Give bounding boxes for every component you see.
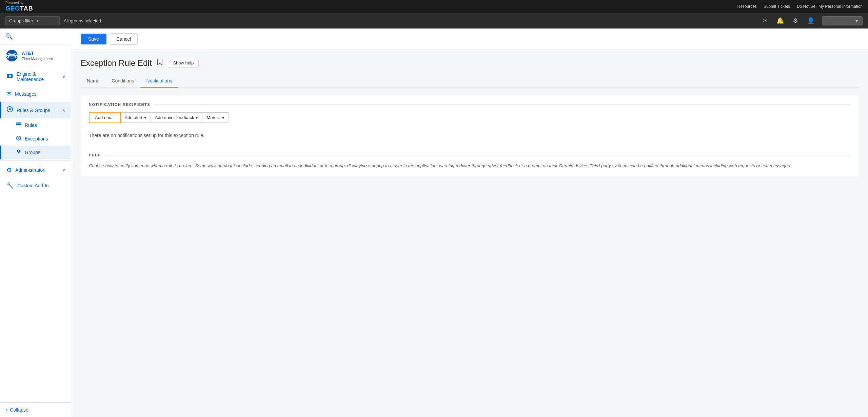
svg-point-6 [9, 75, 11, 77]
engine-maintenance-chevron-icon: ∨ [62, 74, 65, 79]
sidebar-item-administration-label: Administration [15, 167, 45, 173]
groups-filter-label: Groups filter [9, 18, 33, 23]
show-help-button[interactable]: Show help [168, 58, 199, 68]
help-section: HELP Choose how to notify someone when a… [89, 153, 850, 170]
more-label: More... [206, 115, 220, 120]
help-text: Choose how to notify someone when a rule… [89, 163, 850, 170]
sidebar-bottom-divider [0, 195, 71, 195]
do-not-sell-link[interactable]: Do Not Sell My Personal Information [797, 4, 863, 9]
notifications-icon-button[interactable]: 🔔 [775, 16, 785, 26]
sidebar-sub-item-groups-label: Groups [25, 150, 40, 155]
more-chevron-icon: ▾ [222, 115, 224, 120]
svg-point-8 [9, 108, 11, 110]
user-dropdown[interactable]: ▼ [822, 16, 863, 25]
page-tabs: Name Conditions Notifications [81, 75, 859, 88]
sidebar: 🔍 AT&T Fleet Management Engine & Mainten… [0, 29, 71, 417]
top-navigation-bar: Powered by GEOTAB Resources Submit Ticke… [0, 0, 868, 13]
powered-by-label: Powered by GEOTAB [5, 1, 33, 12]
top-bar-right: Resources Submit Tickets Do Not Sell My … [737, 4, 863, 9]
top-bar-left: Powered by GEOTAB [5, 1, 33, 12]
settings-icon-button[interactable]: ⚙ [791, 16, 800, 26]
exceptions-icon [16, 135, 21, 142]
groups-filter-chevron-icon: ▼ [36, 19, 39, 23]
add-alert-button[interactable]: Add alert ▾ [121, 112, 151, 123]
svg-point-15 [18, 152, 20, 154]
svg-point-12 [18, 137, 19, 139]
sidebar-item-custom-addin[interactable]: 🔧 Custom Add-In [0, 178, 71, 193]
second-bar: Groups filter ▼ All groups selected ✉ 🔔 … [0, 13, 868, 29]
sidebar-divider [0, 160, 71, 161]
user-dropdown-chevron-icon: ▼ [854, 18, 859, 23]
sidebar-item-rules-groups-label: Rules & Groups [17, 108, 50, 113]
sidebar-sub-item-rules-label: Rules [25, 122, 37, 128]
main-layout: 🔍 AT&T Fleet Management Engine & Mainten… [0, 29, 868, 417]
sidebar-item-engine-maintenance[interactable]: Engine & Maintenance ∨ [0, 67, 71, 86]
save-button[interactable]: Save [81, 34, 106, 44]
email-icon-button[interactable]: ✉ [761, 16, 769, 26]
add-driver-feedback-label: Add driver feedback [155, 115, 194, 120]
sidebar-sub-item-exceptions[interactable]: Exceptions [0, 132, 71, 146]
sidebar-item-custom-addin-label: Custom Add-In [17, 183, 49, 188]
page-content: Exception Rule Edit Show help Name Condi… [71, 50, 868, 417]
sidebar-item-rules-groups[interactable]: Rules & Groups ∧ [0, 102, 71, 118]
engine-maintenance-icon [6, 73, 13, 81]
sidebar-item-messages[interactable]: ✉ Messages [0, 86, 71, 102]
add-driver-feedback-button[interactable]: Add driver feedback ▾ [151, 112, 203, 123]
att-logo-icon [5, 49, 18, 62]
add-alert-chevron-icon: ▾ [144, 115, 146, 120]
sidebar-item-administration[interactable]: ⚙ Administration ∨ [0, 162, 71, 178]
page-title: Exception Rule Edit [81, 58, 152, 68]
sidebar-search[interactable]: 🔍 [0, 29, 71, 44]
groups-icon [16, 149, 21, 156]
content-toolbar: Save Cancel [71, 29, 868, 50]
administration-icon: ⚙ [6, 166, 12, 174]
svg-rect-9 [16, 122, 21, 124]
svg-point-14 [19, 150, 21, 152]
rules-groups-chevron-icon: ∧ [62, 108, 65, 113]
collapse-label: Collapse [10, 407, 28, 413]
user-icon-button[interactable]: 👤 [806, 16, 816, 26]
search-icon[interactable]: 🔍 [5, 33, 13, 40]
help-section-title: HELP [89, 153, 850, 157]
brand-sub: Fleet Management [22, 56, 53, 61]
sidebar-item-messages-label: Messages [15, 91, 37, 97]
notification-recipients-title: NOTIFICATION RECIPIENTS [89, 102, 850, 107]
add-driver-feedback-chevron-icon: ▾ [196, 115, 198, 120]
brand-name: AT&T [22, 50, 53, 56]
brand-text: AT&T Fleet Management [22, 50, 53, 61]
bookmark-icon[interactable] [156, 58, 163, 68]
rules-icon [16, 122, 21, 129]
sidebar-sub-item-groups[interactable]: Groups [0, 146, 71, 159]
custom-addin-icon: 🔧 [6, 182, 14, 189]
sidebar-collapse-button[interactable]: ‹ Collapse [0, 402, 71, 417]
rules-groups-icon [6, 106, 13, 114]
more-button[interactable]: More... ▾ [202, 112, 229, 123]
sidebar-item-engine-maintenance-label: Engine & Maintenance [17, 71, 59, 82]
second-bar-icons: ✉ 🔔 ⚙ 👤 ▼ [761, 16, 863, 26]
sidebar-brand: AT&T Fleet Management [0, 44, 71, 67]
cancel-button[interactable]: Cancel [110, 33, 138, 45]
recipients-buttons: Add email Add alert ▾ Add driver feedbac… [89, 112, 850, 123]
sidebar-sub-item-exceptions-label: Exceptions [25, 136, 48, 141]
no-notifications-message: There are no notifications set up for th… [89, 130, 850, 145]
sidebar-sub-item-rules[interactable]: Rules [0, 118, 71, 132]
svg-rect-10 [16, 124, 21, 125]
groups-filter-button[interactable]: Groups filter ▼ [5, 16, 60, 25]
tab-notifications[interactable]: Notifications [140, 75, 178, 88]
notification-recipients-section: NOTIFICATION RECIPIENTS Add email Add al… [81, 96, 859, 176]
submit-tickets-link[interactable]: Submit Tickets [764, 4, 790, 9]
add-email-button[interactable]: Add email [89, 112, 121, 123]
add-alert-label: Add alert [125, 115, 142, 120]
tab-conditions[interactable]: Conditions [105, 75, 140, 88]
all-groups-text: All groups selected [64, 18, 757, 23]
collapse-chevron-icon: ‹ [5, 407, 7, 413]
messages-icon: ✉ [6, 90, 12, 98]
page-title-row: Exception Rule Edit Show help [81, 58, 859, 68]
content-area: Save Cancel Exception Rule Edit Show hel… [71, 29, 868, 417]
administration-chevron-icon: ∨ [62, 168, 65, 172]
svg-point-13 [17, 150, 19, 152]
resources-link[interactable]: Resources [737, 4, 757, 9]
tab-name[interactable]: Name [81, 75, 105, 88]
